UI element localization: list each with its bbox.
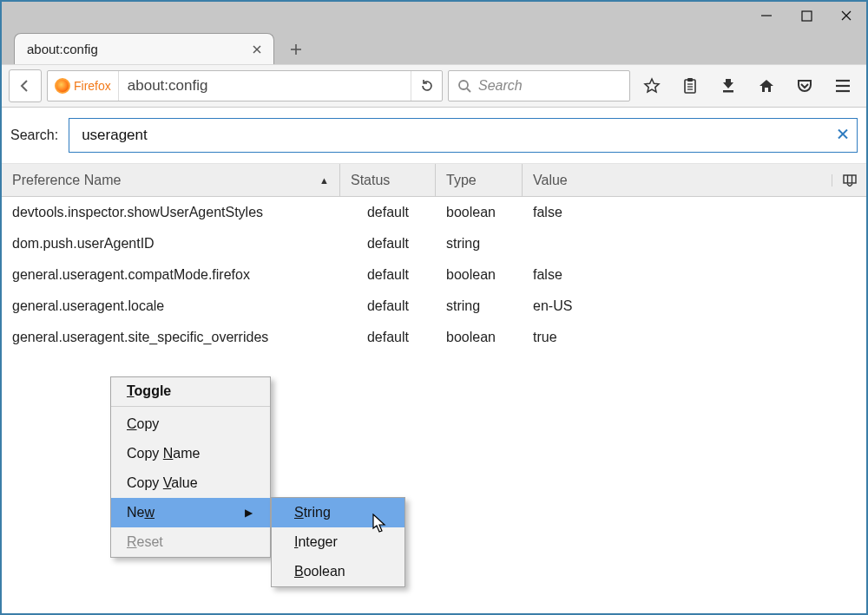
identity-label: Firefox [74,79,111,93]
sort-asc-icon: ▲ [319,175,329,186]
column-header-value[interactable]: Value [523,164,832,196]
close-tab-icon[interactable] [249,42,265,57]
config-search-label: Search: [10,128,58,143]
pocket-icon[interactable] [788,69,821,102]
minimize-button[interactable] [746,2,786,29]
submenu-boolean[interactable]: Boolean [272,557,404,586]
svg-line-9 [467,88,470,92]
svg-rect-17 [723,90,733,93]
search-placeholder: Search [478,78,523,94]
window-titlebar [2,2,866,29]
back-button[interactable] [9,69,42,102]
column-header-status[interactable]: Status [340,164,436,196]
svg-rect-24 [844,175,856,183]
ctx-copy-value[interactable]: Copy Value [111,468,270,498]
firefox-icon [55,78,70,94]
svg-marker-27 [373,514,385,532]
url-bar[interactable]: Firefox about:config [47,70,443,101]
config-search-input[interactable] [69,118,858,153]
ctx-copy[interactable]: Copy [111,409,270,439]
browser-tab[interactable]: about:config [14,33,274,64]
maximize-button[interactable] [786,2,826,29]
search-icon [457,79,471,93]
config-search-row: Search: [2,108,866,164]
mouse-cursor-icon [372,514,388,534]
hamburger-menu-icon[interactable] [826,69,859,102]
column-header-name[interactable]: Preference Name ▲ [2,164,340,196]
svg-marker-18 [760,80,773,92]
tab-strip: about:config [2,29,866,64]
identity-box[interactable]: Firefox [48,71,119,101]
clipboard-icon[interactable] [674,69,707,102]
table-row[interactable]: general.useragent.compatMode.firefox def… [2,259,866,291]
clear-search-icon[interactable] [837,127,849,145]
bookmark-star-icon[interactable] [635,69,668,102]
column-picker-icon[interactable] [832,174,866,186]
config-grid-body[interactable]: devtools.inspector.showUserAgentStyles d… [2,197,866,613]
table-row[interactable]: general.useragent.locale default string … [2,291,866,322]
submenu-arrow-icon: ▶ [245,507,253,519]
config-grid-header: Preference Name ▲ Status Type Value [2,164,866,197]
ctx-copy-name[interactable]: Copy Name [111,439,270,468]
svg-rect-1 [802,11,812,21]
context-submenu-new: String Integer Boolean [271,497,405,587]
search-box[interactable]: Search [448,70,630,101]
table-row[interactable]: devtools.inspector.showUserAgentStyles d… [2,197,866,228]
svg-rect-12 [687,78,693,82]
table-row[interactable]: dom.push.userAgentID default string [2,228,866,259]
home-icon[interactable] [750,69,783,102]
reload-button[interactable] [411,71,442,101]
ctx-new[interactable]: New▶ [111,498,270,527]
downloads-icon[interactable] [712,69,745,102]
svg-marker-16 [723,79,733,88]
ctx-reset: Reset [111,527,270,557]
table-row[interactable]: general.useragent.site_specific_override… [2,322,866,353]
navigation-toolbar: Firefox about:config Search [2,64,866,108]
ctx-toggle[interactable]: Toggle [111,377,270,407]
url-text: about:config [119,77,411,95]
svg-marker-10 [645,79,659,92]
context-menu: Toggle Copy Copy Name Copy Value New▶ Re… [110,376,271,558]
browser-window: about:config Firefox about:config Search [0,0,868,615]
column-header-type[interactable]: Type [436,164,523,196]
tab-title: about:config [27,42,249,56]
svg-point-8 [459,81,468,89]
close-window-button[interactable] [826,2,866,29]
new-tab-button[interactable] [281,35,311,64]
